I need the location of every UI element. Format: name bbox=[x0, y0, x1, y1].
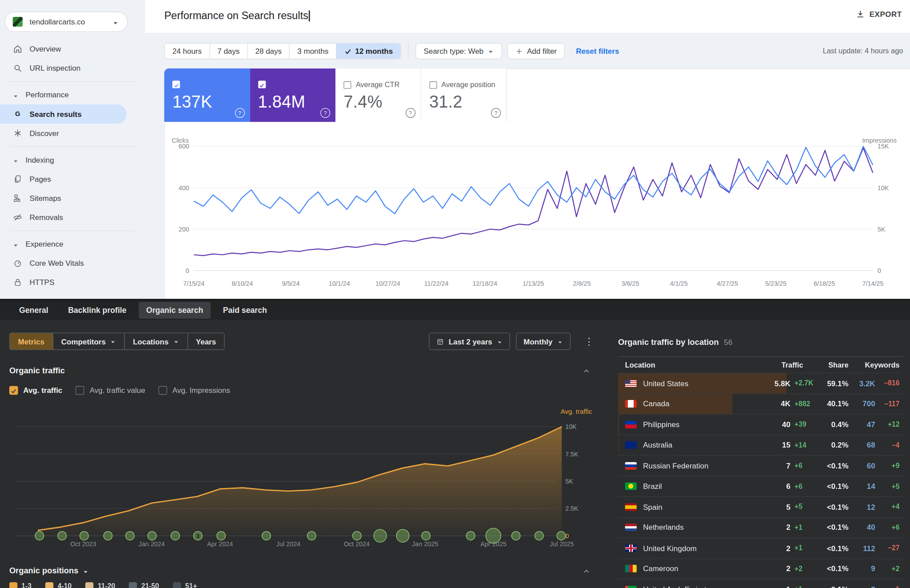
chevron-down-icon bbox=[497, 338, 503, 344]
checked-checkbox-icon[interactable] bbox=[9, 386, 18, 395]
sidebar-section-performance[interactable]: Performance bbox=[0, 85, 145, 104]
search-type-filter[interactable]: Search type: Web bbox=[415, 43, 502, 60]
keywords-value[interactable]: 12 bbox=[849, 503, 875, 512]
keywords-value[interactable]: 3.2K bbox=[849, 379, 875, 388]
filter-bar: 24 hours7 days28 days3 months12 months S… bbox=[164, 43, 903, 60]
table-row-netherlands[interactable]: Netherlands 2 +1 <0.1% 40 +6 bbox=[618, 517, 903, 537]
table-row-united-states[interactable]: United States 5.8K +2.7K 59.1% 3.2K −816 bbox=[618, 373, 903, 393]
table-row-united-arab-emirates[interactable]: United Arab Emirates 1 +1 <0.1% 3 −1 bbox=[618, 579, 903, 588]
svg-text:G: G bbox=[15, 110, 20, 117]
share-value: 59.1% bbox=[816, 379, 848, 388]
collapse-icon[interactable] bbox=[583, 367, 590, 374]
chevron-down-icon[interactable] bbox=[82, 568, 88, 574]
clicks-impressions-chart[interactable]: 600400200015K10K5K0ClicksImpressions7/15… bbox=[171, 138, 898, 291]
tab-paid-search[interactable]: Paid search bbox=[216, 302, 275, 319]
more-options-icon[interactable]: ⋮ bbox=[584, 335, 595, 347]
segment-metrics[interactable]: Metrics bbox=[10, 333, 52, 350]
range-button-3-months[interactable]: 3 months bbox=[289, 44, 336, 59]
sidebar-item-url-inspection[interactable]: URL inspection bbox=[0, 59, 145, 78]
legend-item-4-10[interactable]: 4-10 bbox=[45, 582, 72, 588]
legend-item-51[interactable]: 51+ bbox=[173, 582, 197, 588]
table-row-australia[interactable]: Australia 15 +14 0.2% 68 −4 bbox=[618, 435, 903, 455]
checkbox-label-avg-impressions[interactable]: Avg. Impressions bbox=[172, 386, 230, 395]
sidebar-item-removals[interactable]: Removals bbox=[0, 208, 145, 227]
keywords-value[interactable]: 112 bbox=[849, 544, 875, 553]
keywords-value[interactable]: 40 bbox=[849, 523, 875, 532]
chevron-down-icon bbox=[557, 338, 563, 344]
unchecked-checkbox-icon[interactable] bbox=[429, 81, 437, 88]
svg-text:12/18/24: 12/18/24 bbox=[472, 280, 497, 287]
tab-general[interactable]: General bbox=[12, 302, 56, 319]
metric-label: Average position bbox=[441, 81, 495, 89]
table-row-united-kingdom[interactable]: United Kingdom 2 +1 <0.1% 112 −27 bbox=[618, 537, 903, 558]
search-console-section: Performance on Search results EXPORT ten… bbox=[0, 0, 910, 299]
unchecked-checkbox-icon[interactable] bbox=[76, 386, 84, 395]
range-button-12-months[interactable]: 12 months bbox=[336, 44, 400, 59]
segment-years[interactable]: Years bbox=[187, 333, 224, 350]
keywords-value[interactable]: 9 bbox=[849, 564, 875, 573]
sidebar-item-pages[interactable]: Pages bbox=[0, 169, 145, 188]
keywords-value[interactable]: 68 bbox=[849, 441, 875, 450]
organic-traffic-area-chart[interactable]: 10K7.5K5K2.5K0Avg. traffic3Oct 2023Jan 2… bbox=[9, 404, 601, 550]
sidebar-section-indexing[interactable]: Indexing bbox=[0, 150, 145, 169]
table-row-cameroon[interactable]: Cameroon 2 +2 <0.1% 9 +2 bbox=[618, 558, 903, 579]
range-button-28-days[interactable]: 28 days bbox=[247, 44, 289, 59]
sidebar-divider bbox=[10, 81, 135, 82]
metric-card-average-ctr[interactable]: Average CTR7.4%? bbox=[335, 68, 421, 122]
legend-item-1-3[interactable]: 1-3 bbox=[9, 582, 32, 588]
performance-chart: 600400200015K10K5K0ClicksImpressions7/15… bbox=[171, 138, 898, 293]
checked-checkbox-icon[interactable] bbox=[258, 81, 266, 88]
keywords-value[interactable]: 60 bbox=[849, 461, 875, 470]
property-selector[interactable]: tendollarcarts.co bbox=[4, 12, 128, 32]
metric-card-average-position[interactable]: Average position31.2? bbox=[421, 68, 507, 122]
tab-organic-search[interactable]: Organic search bbox=[139, 302, 211, 319]
table-row-spain[interactable]: Spain 5 +5 <0.1% 12 +4 bbox=[618, 496, 903, 517]
table-row-russian-federation[interactable]: Russian Federation 7 +6 <0.1% 60 +9 bbox=[618, 455, 903, 476]
export-button[interactable]: EXPORT bbox=[855, 9, 902, 19]
traffic-delta: +39 bbox=[790, 420, 816, 428]
help-icon[interactable]: ? bbox=[491, 108, 501, 118]
metric-cards: 137K?1.84M?Average CTR7.4%?Average posit… bbox=[164, 68, 507, 122]
legend-item-11-20[interactable]: 11-20 bbox=[85, 582, 115, 588]
metric-card-total-clicks[interactable]: 137K? bbox=[164, 68, 250, 122]
table-row-canada[interactable]: Canada 4K +882 40.1% 700 −117 bbox=[618, 393, 903, 414]
add-filter-button[interactable]: Add filter bbox=[507, 43, 565, 60]
keywords-value[interactable]: 3 bbox=[849, 585, 875, 588]
chevron-down-icon bbox=[110, 338, 116, 344]
traffic-value: 6 bbox=[762, 482, 790, 491]
reset-filters-link[interactable]: Reset filters bbox=[576, 47, 619, 56]
segment-competitors[interactable]: Competitors bbox=[52, 333, 124, 350]
tab-backlink-profile[interactable]: Backlink profile bbox=[60, 302, 134, 319]
collapse-icon[interactable] bbox=[583, 567, 590, 575]
keywords-value[interactable]: 14 bbox=[849, 482, 875, 491]
sidebar-item-https[interactable]: HTTPS bbox=[0, 273, 145, 292]
checked-checkbox-icon[interactable] bbox=[172, 81, 180, 88]
unchecked-checkbox-icon[interactable] bbox=[159, 386, 168, 395]
checkbox-label-avg-traffic[interactable]: Avg. traffic bbox=[23, 386, 62, 395]
help-icon[interactable]: ? bbox=[405, 108, 415, 118]
range-button-24-hours[interactable]: 24 hours bbox=[165, 44, 209, 59]
seo-tool-section: GeneralBacklink profileOrganic searchPai… bbox=[0, 299, 910, 588]
help-icon[interactable]: ? bbox=[320, 108, 330, 118]
sidebar-section-experience[interactable]: Experience bbox=[0, 235, 145, 254]
sidebar-item-core-web-vitals[interactable]: Core Web Vitals bbox=[0, 254, 145, 273]
segment-locations[interactable]: Locations bbox=[124, 333, 188, 350]
legend-item-21-50[interactable]: 21-50 bbox=[129, 582, 159, 588]
keywords-value[interactable]: 700 bbox=[849, 400, 875, 408]
help-icon[interactable]: ? bbox=[235, 108, 244, 118]
table-row-brazil[interactable]: Brazil 6 +6 <0.1% 14 +5 bbox=[618, 476, 903, 496]
table-row-philippines[interactable]: Philippines 40 +39 0.4% 47 +12 bbox=[618, 414, 903, 434]
unchecked-checkbox-icon[interactable] bbox=[343, 81, 351, 88]
sidebar-item-sitemaps[interactable]: Sitemaps bbox=[0, 188, 145, 208]
sidebar-item-discover[interactable]: Discover bbox=[0, 124, 145, 143]
date-range-button[interactable]: Last 2 years bbox=[429, 332, 510, 350]
keywords-value[interactable]: 47 bbox=[849, 420, 875, 429]
sidebar-item-search-results[interactable]: GSearch results bbox=[0, 104, 127, 124]
sidebar-item-overview[interactable]: Overview bbox=[0, 40, 145, 59]
granularity-button[interactable]: Monthly bbox=[516, 332, 571, 350]
range-button-7-days[interactable]: 7 days bbox=[209, 44, 247, 59]
metric-card-total-impressions[interactable]: 1.84M? bbox=[250, 68, 335, 122]
svg-text:5/23/25: 5/23/25 bbox=[765, 280, 786, 287]
checkbox-label-avg-traffic-value[interactable]: Avg. traffic value bbox=[90, 386, 145, 395]
location-name: Spain bbox=[643, 503, 762, 512]
